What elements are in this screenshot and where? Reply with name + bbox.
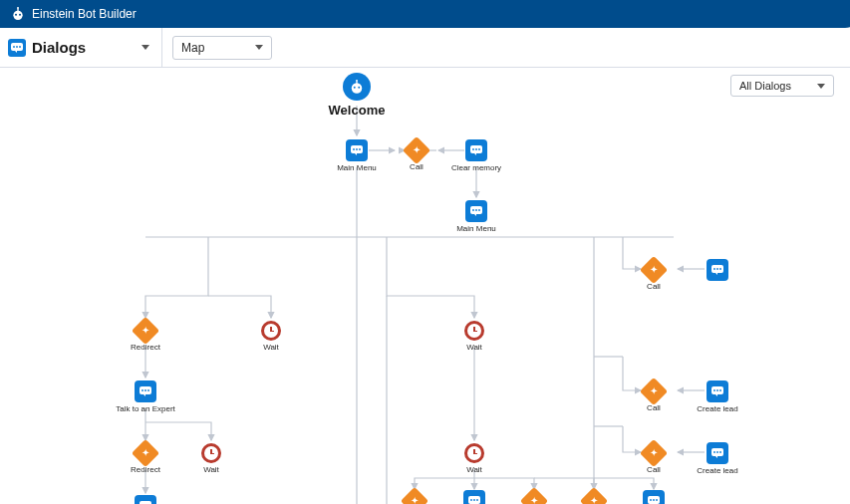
svg-marker-37 <box>473 152 476 155</box>
chat-icon <box>707 380 728 402</box>
diamond-icon: ✦ <box>640 439 668 467</box>
svg-point-58 <box>470 499 472 501</box>
diamond-icon: ✦ <box>580 487 608 504</box>
node-redirect[interactable]: ✦ Redirect <box>116 320 175 352</box>
svg-marker-67 <box>714 272 717 275</box>
node-call[interactable]: ✦ Call <box>387 139 446 171</box>
clock-icon <box>261 321 281 341</box>
svg-point-68 <box>713 268 715 270</box>
svg-point-8 <box>16 46 18 48</box>
svg-point-44 <box>475 209 477 211</box>
svg-point-74 <box>716 389 718 391</box>
svg-point-30 <box>356 80 358 82</box>
node-call-b2[interactable]: ✦ <box>504 490 564 504</box>
chevron-down-icon <box>142 45 149 50</box>
svg-marker-72 <box>714 393 717 396</box>
filter-selector[interactable]: All Dialogs <box>730 75 834 97</box>
node-create-lead-1[interactable]: Create lead <box>688 380 747 413</box>
chat-icon <box>465 139 487 161</box>
clock-icon <box>201 443 221 463</box>
svg-point-33 <box>353 148 355 150</box>
svg-point-78 <box>713 451 715 453</box>
svg-point-43 <box>472 209 474 211</box>
node-chat[interactable] <box>116 495 175 504</box>
svg-point-1 <box>15 14 17 16</box>
node-label: Clear memory <box>446 163 506 172</box>
node-call-r3[interactable]: ✦ Call <box>624 442 684 474</box>
svg-point-73 <box>713 389 715 391</box>
node-clear-memory[interactable]: Clear memory <box>446 139 506 172</box>
node-redirect-2[interactable]: ✦ Redirect <box>116 442 175 474</box>
clock-icon <box>464 321 484 341</box>
dialogs-selector[interactable]: Dialogs <box>8 28 162 68</box>
node-wait-2[interactable]: Wait <box>181 442 241 474</box>
node-call-b3[interactable]: ✦ <box>564 490 624 504</box>
svg-point-35 <box>359 148 361 150</box>
app-titlebar: Einstein Bot Builder <box>0 0 850 28</box>
svg-point-59 <box>473 499 475 501</box>
svg-point-9 <box>19 46 21 48</box>
node-call-b1[interactable]: ✦ <box>385 490 444 504</box>
node-label: Welcome <box>317 103 397 118</box>
svg-point-28 <box>358 87 360 89</box>
svg-point-40 <box>478 148 480 150</box>
chat-icon <box>463 490 485 504</box>
svg-point-80 <box>719 451 721 453</box>
node-label: Wait <box>444 465 504 474</box>
svg-point-50 <box>147 389 149 391</box>
svg-point-49 <box>144 389 146 391</box>
svg-point-48 <box>142 389 143 391</box>
chat-icon <box>135 380 156 402</box>
svg-point-27 <box>354 87 356 89</box>
svg-marker-77 <box>714 455 717 458</box>
view-selector[interactable]: Map <box>172 36 272 60</box>
node-wait[interactable]: Wait <box>241 320 301 352</box>
node-label: Create lead <box>688 404 747 413</box>
node-label: Wait <box>181 465 241 474</box>
diamond-icon: ✦ <box>401 487 428 504</box>
svg-marker-42 <box>473 213 476 216</box>
node-label: Wait <box>241 343 301 352</box>
node-wait-4[interactable]: Wait <box>444 442 504 474</box>
app-title: Einstein Bot Builder <box>32 7 137 21</box>
svg-point-79 <box>716 451 718 453</box>
view-label: Map <box>181 41 204 55</box>
node-main-menu-2[interactable]: Main Menu <box>446 200 506 233</box>
chat-icon <box>643 490 665 504</box>
node-call-r1[interactable]: ✦ Call <box>624 259 684 291</box>
svg-point-63 <box>650 499 652 501</box>
chat-icon <box>135 495 156 504</box>
diamond-icon: ✦ <box>403 136 430 164</box>
svg-point-69 <box>716 268 718 270</box>
diamond-icon: ✦ <box>520 487 548 504</box>
chat-icon <box>465 200 487 222</box>
node-label: Talk to an Expert <box>116 404 175 413</box>
filter-label: All Dialogs <box>739 80 791 92</box>
node-wait-3[interactable]: Wait <box>444 320 504 352</box>
dialogs-label: Dialogs <box>32 39 86 56</box>
node-call-r2[interactable]: ✦ Call <box>624 380 684 412</box>
node-welcome[interactable]: Welcome <box>317 73 397 118</box>
chat-icon <box>707 259 728 281</box>
node-label: Wait <box>444 343 504 352</box>
node-chat-b1[interactable] <box>444 490 504 504</box>
dialogs-icon <box>8 39 26 57</box>
svg-point-60 <box>476 499 478 501</box>
svg-rect-29 <box>356 82 357 84</box>
node-talk-expert[interactable]: Talk to an Expert <box>116 380 175 413</box>
node-main-menu[interactable]: Main Menu <box>327 139 387 172</box>
chevron-down-icon <box>817 84 825 89</box>
svg-point-75 <box>719 389 721 391</box>
chevron-down-icon <box>255 45 263 50</box>
node-create-lead-2[interactable]: Create lead <box>688 442 747 475</box>
connectors <box>0 68 850 504</box>
node-chat-b2[interactable] <box>624 490 684 504</box>
toolbar: Dialogs Map <box>0 28 850 68</box>
diamond-icon: ✦ <box>640 256 668 284</box>
node-chat-r1[interactable] <box>688 259 747 281</box>
bot-icon <box>10 6 26 22</box>
svg-point-45 <box>478 209 480 211</box>
svg-marker-32 <box>354 152 357 155</box>
dialog-map-canvas[interactable]: Welcome Main Menu ✦ Call Clear memory Ma… <box>0 68 850 504</box>
svg-point-2 <box>19 14 21 16</box>
